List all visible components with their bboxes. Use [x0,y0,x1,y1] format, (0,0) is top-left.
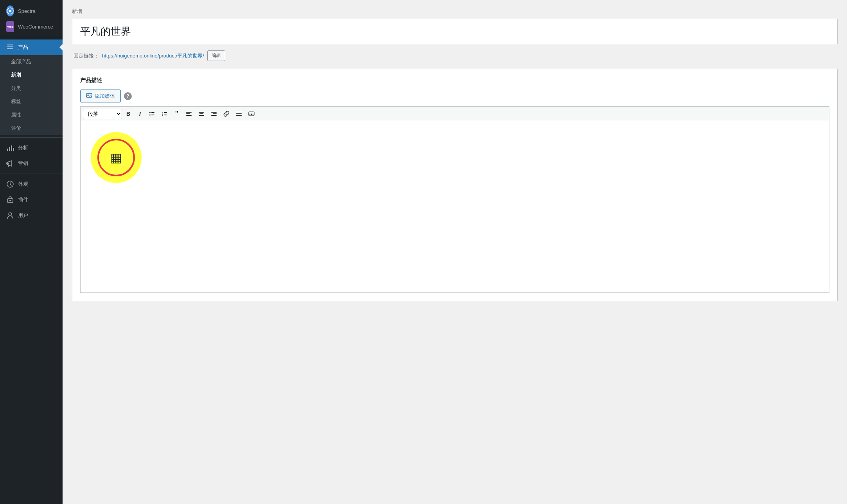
editor-area[interactable]: ▦ [80,121,829,293]
svg-rect-40 [251,114,252,115]
products-icon [6,43,14,51]
align-center-button[interactable] [196,108,207,119]
svg-rect-24 [186,113,190,114]
svg-rect-30 [213,113,217,114]
sidebar-item-attributes[interactable]: 属性 [0,108,63,122]
sidebar-item-analytics[interactable]: 分析 [0,140,63,156]
svg-rect-18 [151,115,154,115]
svg-rect-32 [236,113,242,114]
format-select[interactable]: 段落 标题1 标题2 [83,109,122,119]
add-media-label: 添加媒体 [95,93,115,100]
svg-rect-41 [253,114,253,115]
sidebar: Spectra woo WooCommerce [0,0,63,504]
svg-text:woo: woo [7,25,14,29]
svg-rect-2 [7,45,13,45]
svg-rect-4 [7,48,13,49]
svg-rect-6 [9,147,10,151]
keyboard-button[interactable] [246,108,257,119]
svg-rect-33 [236,112,242,112]
page-header: 新增 [72,8,838,15]
sidebar-item-users[interactable]: 用户 [0,208,63,223]
svg-rect-27 [199,113,203,114]
products-label: 产品 [18,44,28,51]
sidebar-item-all-products[interactable]: 全部产品 [0,55,63,68]
bold-button[interactable]: B [123,108,134,119]
section-title: 产品描述 [80,77,829,84]
sidebar-item-marketing[interactable]: 营销 [0,156,63,171]
sidebar-item-products[interactable]: 产品 [0,39,63,55]
svg-rect-20 [164,112,167,113]
all-products-label: 全部产品 [11,58,31,65]
svg-rect-38 [253,113,253,114]
link-button[interactable] [221,108,232,119]
appearance-label: 外观 [18,181,28,188]
add-media-button[interactable]: 添加媒体 [80,90,121,102]
svg-point-12 [9,213,12,216]
reviews-label: 评价 [11,125,21,132]
new-product-label: 新增 [11,72,21,79]
woocommerce-icon: woo [6,23,14,30]
woocommerce-label: WooCommerce [18,24,53,30]
svg-rect-5 [7,149,8,151]
sidebar-item-tags[interactable]: 标签 [0,95,63,108]
products-submenu: 全部产品 新增 分类 标签 属性 评价 [0,55,63,135]
permalink-edit-button[interactable]: 编辑 [207,50,225,61]
svg-rect-42 [250,115,253,116]
permalink-bar: 固定链接： https://huigedemo.online/product/平… [72,50,838,61]
svg-text:2: 2 [162,114,163,116]
users-label: 用户 [18,212,28,219]
ordered-list-button[interactable]: 1 2 [159,108,170,119]
editor-toolbar: 段落 标题1 标题2 B I 1 [80,106,829,121]
svg-rect-22 [164,115,167,115]
svg-rect-23 [186,112,192,113]
svg-rect-36 [249,113,250,114]
cursor-highlight: ▦ [91,132,142,183]
svg-rect-8 [13,148,14,151]
analytics-label: 分析 [18,144,28,151]
plugins-icon [6,196,14,204]
svg-rect-13 [86,93,92,97]
appearance-icon [6,180,14,188]
help-icon[interactable]: ? [124,92,132,100]
svg-rect-3 [7,47,13,47]
sidebar-item-plugins[interactable]: 插件 [0,192,63,208]
sidebar-item-new-product[interactable]: 新增 [0,68,63,82]
analytics-icon [6,144,14,152]
svg-rect-37 [251,113,252,114]
italic-button[interactable]: I [135,108,145,119]
align-left-button[interactable] [183,108,195,119]
users-icon [6,212,14,219]
svg-rect-28 [199,115,204,116]
sidebar-item-appearance[interactable]: 外观 [0,176,63,192]
permalink-url[interactable]: https://huigedemo.online/product/平凡的世界/ [102,52,204,59]
svg-point-11 [9,200,11,201]
spectra-label: Spectra [18,8,36,14]
sidebar-item-woocommerce[interactable]: woo WooCommerce [0,19,63,34]
sidebar-item-spectra[interactable]: Spectra [0,3,63,19]
product-title-wrap [72,19,838,44]
svg-rect-29 [211,112,217,113]
svg-rect-25 [186,115,192,116]
product-title-input[interactable] [80,25,829,38]
product-description-section: 产品描述 添加媒体 ? 段落 [72,69,838,301]
sidebar-item-reviews[interactable]: 评价 [0,122,63,135]
permalink-label: 固定链接： [74,52,99,59]
add-media-icon [86,92,92,100]
blockquote-button[interactable]: " [171,108,182,119]
svg-rect-31 [211,115,217,116]
marketing-label: 营销 [18,160,28,167]
svg-point-17 [149,115,151,116]
main-content: 新增 固定链接： https://huigedemo.online/produc… [63,0,847,504]
page-header-text: 新增 [72,8,82,14]
svg-point-15 [149,112,151,113]
toolbar-top: 添加媒体 ? [80,90,829,102]
unordered-list-button[interactable] [146,108,158,119]
align-right-button[interactable] [208,108,220,119]
svg-rect-39 [249,114,250,115]
svg-rect-26 [199,112,204,113]
more-button[interactable] [233,108,245,119]
categories-label: 分类 [11,85,21,92]
svg-rect-34 [236,115,242,116]
sidebar-item-categories[interactable]: 分类 [0,82,63,95]
spectra-icon [6,7,14,15]
